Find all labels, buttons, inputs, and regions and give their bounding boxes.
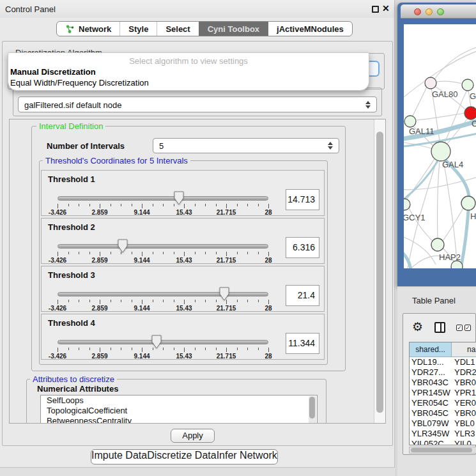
cell-name[interactable]: YBL0 bbox=[452, 418, 476, 429]
algorithm-option[interactable]: Manual Discretization bbox=[10, 66, 364, 77]
threshold-4-slider-thumb[interactable] bbox=[151, 335, 162, 349]
cell-shared-name[interactable]: YBL079W bbox=[410, 418, 452, 429]
cell-name[interactable]: YDL1 bbox=[452, 357, 476, 367]
cell-shared-name[interactable]: YBR043C bbox=[410, 378, 452, 388]
cell-name[interactable]: YDR2 bbox=[452, 367, 476, 378]
cell-shared-name[interactable]: YBR045C bbox=[410, 408, 452, 418]
numerical-attributes-list[interactable]: SelfLoopsTopologicalCoefficientBetweenne… bbox=[40, 395, 318, 424]
attribute-list-item[interactable]: TopologicalCoefficient bbox=[41, 406, 317, 416]
table-horizontal-scrollbar[interactable] bbox=[409, 447, 476, 454]
tab-label: Cyni Toolbox bbox=[208, 24, 259, 34]
bottom-tab-bar: Impute DataDiscretize DataInfer Network bbox=[91, 449, 278, 464]
cell-shared-name[interactable]: YPR145W bbox=[410, 388, 452, 398]
network-node[interactable] bbox=[451, 261, 463, 268]
network-window-titlebar[interactable] bbox=[401, 4, 476, 19]
threshold-2-label: Threshold 2 bbox=[48, 222, 95, 232]
table-row[interactable]: YBR045CYBR0 bbox=[410, 408, 476, 418]
cell-name[interactable]: YER0 bbox=[452, 398, 476, 408]
network-canvas[interactable]: GAL80GACGAL11GAL4GCY1HHAP2 bbox=[404, 24, 476, 268]
num-intervals-combobox[interactable]: 5 bbox=[153, 138, 339, 153]
threshold-1-slider-track[interactable] bbox=[58, 196, 268, 201]
table-row[interactable]: YPR145WYPR1 bbox=[410, 388, 476, 398]
table-row[interactable]: YDR27...YDR2 bbox=[410, 367, 476, 378]
cell-shared-name[interactable]: YDL19... bbox=[410, 357, 452, 367]
cell-shared-name[interactable]: YER054C bbox=[410, 398, 452, 408]
bottom-tab-impute-data[interactable]: Impute Data bbox=[91, 450, 147, 464]
threshold-2-value-field[interactable]: 6.316 bbox=[286, 237, 319, 258]
table-row[interactable]: YLR345WYLR3 bbox=[410, 429, 476, 439]
columns-icon[interactable] bbox=[434, 322, 445, 333]
threshold-1-slider-thumb[interactable] bbox=[174, 191, 184, 205]
cell-shared-name[interactable]: YDR27... bbox=[410, 367, 452, 378]
tab-select[interactable]: Select bbox=[157, 22, 198, 36]
threshold-row-3: Threshold 3 -3.4262.8599.14415.4321.7152… bbox=[41, 266, 325, 312]
cell-name[interactable]: YIL0 bbox=[452, 439, 476, 445]
mac-zoom-icon[interactable] bbox=[437, 8, 444, 15]
checkbox-icon[interactable]: ✓ bbox=[456, 325, 463, 331]
column-header-name[interactable]: na bbox=[452, 342, 476, 357]
cell-shared-name[interactable]: YIL052C bbox=[410, 439, 452, 445]
gear-icon[interactable]: ⚙ bbox=[412, 319, 423, 334]
network-node-gal80[interactable] bbox=[425, 77, 436, 89]
table-panel-box: ⚙ ✓ ✓ shared... na YDL19...YDL1YDR27...Y… bbox=[403, 313, 476, 455]
attributes-legend: Attributes to discretize bbox=[30, 374, 117, 384]
network-node-gal11[interactable] bbox=[404, 116, 416, 127]
panel-vertical-scrollbar[interactable] bbox=[374, 119, 385, 423]
interval-scroll-panel: Interval Definition Number of Intervals … bbox=[9, 119, 386, 424]
combo-arrows-icon bbox=[365, 101, 371, 109]
network-node-gal4[interactable] bbox=[431, 142, 450, 161]
algorithm-option[interactable]: Equal Width/Frequency Discretization bbox=[10, 77, 364, 88]
slider-tick-labels: -3.4262.8599.14415.4321.71528 bbox=[42, 257, 324, 265]
network-node-ga[interactable] bbox=[462, 79, 473, 91]
threshold-1-label: Threshold 1 bbox=[48, 174, 95, 184]
table-data-combobox-value: galFiltered.sif default node bbox=[24, 100, 121, 109]
threshold-row-1: Threshold 1 -3.4262.8599.14415.4321.7152… bbox=[41, 170, 325, 216]
network-node-hap2[interactable] bbox=[431, 238, 444, 251]
threshold-4-slider-track[interactable] bbox=[58, 340, 268, 344]
cell-name[interactable]: YBR0 bbox=[452, 408, 476, 418]
threshold-4-value-field[interactable]: 11.344 bbox=[286, 333, 319, 354]
cell-name[interactable]: YPR1 bbox=[452, 388, 476, 398]
num-intervals-value: 5 bbox=[159, 141, 164, 151]
threshold-2-slider-track[interactable] bbox=[58, 244, 268, 249]
bottom-tab-infer-network[interactable]: Infer Network bbox=[217, 450, 277, 464]
tab-style[interactable]: Style bbox=[119, 22, 157, 36]
table-data-combobox[interactable]: galFiltered.sif default node bbox=[18, 96, 377, 112]
tab-network[interactable]: Network bbox=[57, 22, 119, 36]
network-node-c[interactable] bbox=[464, 107, 476, 119]
threshold-3-slider-thumb[interactable] bbox=[219, 287, 229, 301]
attribute-list-item[interactable]: SelfLoops bbox=[41, 395, 317, 406]
threshold-3-slider-track[interactable] bbox=[58, 292, 268, 296]
network-node-h[interactable] bbox=[461, 196, 475, 210]
threshold-4-label: Threshold 4 bbox=[48, 318, 95, 328]
bottom-tab-discretize-data[interactable]: Discretize Data bbox=[147, 450, 216, 464]
tab-label: Network bbox=[79, 24, 111, 34]
cell-name[interactable]: YLR3 bbox=[452, 429, 476, 439]
float-window-icon[interactable] bbox=[372, 6, 379, 13]
tab-label: Discretize Data bbox=[147, 450, 216, 461]
tab-label: Impute Data bbox=[91, 450, 147, 461]
scrollbar-thumb[interactable] bbox=[376, 132, 383, 413]
interval-legend: Interval Definition bbox=[36, 121, 105, 131]
mac-minimize-icon[interactable] bbox=[426, 8, 433, 15]
tab-jactivemnodules[interactable]: jActiveMNodules bbox=[268, 22, 352, 36]
scrollbar-thumb[interactable] bbox=[411, 448, 472, 452]
attributes-scrollbar[interactable] bbox=[309, 396, 316, 424]
table-row[interactable]: YDL19...YDL1 bbox=[410, 357, 476, 367]
attribute-list-item[interactable]: BetweennessCentrality bbox=[41, 416, 317, 424]
cell-shared-name[interactable]: YLR345W bbox=[410, 429, 452, 439]
table-row[interactable]: YER054CYER0 bbox=[410, 398, 476, 408]
cell-name[interactable]: YBR0 bbox=[452, 378, 476, 388]
threshold-2-slider-thumb[interactable] bbox=[118, 239, 128, 253]
column-header-shared-name[interactable]: shared... bbox=[410, 342, 452, 357]
threshold-3-value-field[interactable]: 21.4 bbox=[286, 285, 319, 306]
table-row[interactable]: YIL052CYIL0 bbox=[410, 439, 476, 445]
threshold-1-value-field[interactable]: 14.713 bbox=[286, 189, 319, 210]
table-row[interactable]: YBR043CYBR0 bbox=[410, 378, 476, 388]
tab-cyni-toolbox[interactable]: Cyni Toolbox bbox=[199, 22, 268, 36]
apply-button[interactable]: Apply bbox=[171, 429, 215, 443]
mac-close-icon[interactable] bbox=[414, 8, 421, 15]
close-icon[interactable]: ✕ bbox=[382, 3, 390, 13]
checkbox-icon[interactable]: ✓ bbox=[464, 325, 471, 331]
table-row[interactable]: YBL079WYBL0 bbox=[410, 418, 476, 429]
